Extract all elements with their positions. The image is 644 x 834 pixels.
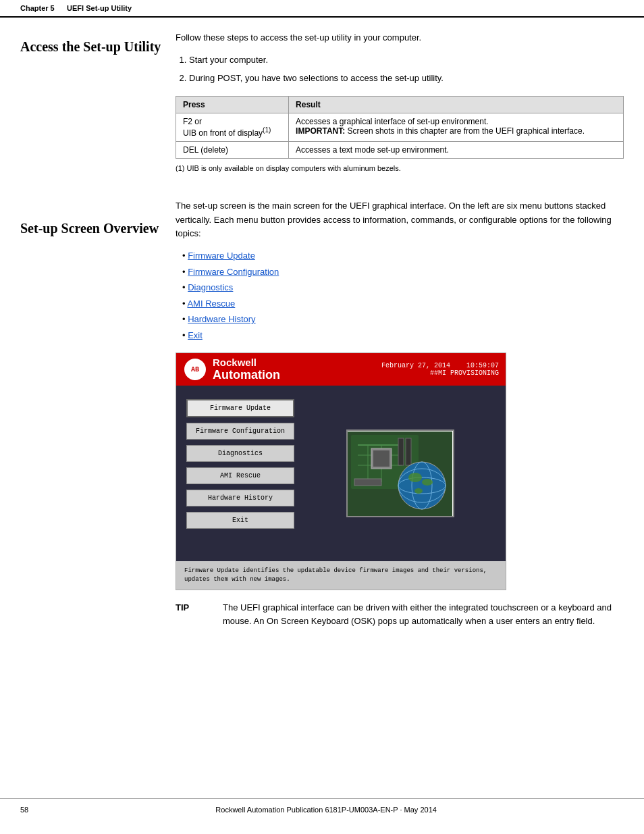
uefi-brand: Rockwell Automation [213,357,280,382]
motherboard-image [348,432,452,516]
uefi-logo: AB [183,357,207,382]
top-bar: Chapter 5 UEFI Set-up Utility [0,0,644,18]
table-row: F2 orUIB on front of display(1) Accesses… [176,113,624,141]
table-row: DEL (delete) Accesses a text mode set-up… [176,141,624,158]
link-firmware-update[interactable]: Firmware Update [188,251,255,261]
bullet-firmware-update: Firmware Update [182,249,624,263]
uefi-time: 10:59:07 [466,362,499,369]
table-col1-header: Press [176,96,289,113]
page-footer: 58 Rockwell Automation Publication 6181P… [0,798,644,820]
tip-text: The UEFI graphical interface can be driv… [223,601,624,629]
section2-intro: The set-up screen is the main screen for… [176,199,624,241]
section2-heading: Set-up Screen Overview [20,219,162,237]
svg-rect-8 [373,450,390,467]
link-ami-rescue[interactable]: AMI Rescue [187,298,235,309]
step-1: Start your computer. [189,53,624,67]
uefi-footer-text: Firmware Update identifies the updatable… [184,567,487,583]
link-exit[interactable]: Exit [188,330,203,340]
tip-label: TIP [176,601,209,629]
svg-rect-9 [398,438,404,465]
uefi-header-right: February 27, 2014 10:59:07 ##MI PROVISIO… [381,362,499,377]
section1-left: Access the Set-up Utility [20,31,176,192]
footer-center: Rockwell Automation Publication 6181P-UM… [215,806,437,814]
link-diagnostics[interactable]: Diagnostics [188,282,233,292]
important-note: IMPORTANT: [296,126,345,136]
uefi-footer: Firmware Update identifies the updatable… [176,561,506,589]
uefi-image-area [304,399,495,548]
svg-point-18 [414,488,423,494]
step-2: During POST, you have two selections to … [189,72,624,85]
uefi-header: AB Rockwell Automation February 27, 2014… [176,353,506,386]
uefi-btn-diagnostics[interactable]: Diagnostics [186,445,294,462]
bullet-list: Firmware Update Firmware Configuration D… [182,249,624,342]
table-press-1: F2 orUIB on front of display(1) [176,113,289,141]
table-result-1: Accesses a graphical interface of set-up… [289,113,624,141]
uefi-btn-exit[interactable]: Exit [186,512,294,529]
uefi-body: Firmware Update Firmware Configuration D… [176,386,506,561]
chapter-label: Chapter 5 [20,4,55,12]
uefi-btn-firmware-config[interactable]: Firmware Configuration [186,423,294,440]
table-col2-header: Result [289,96,624,113]
footnote: (1) UIB is only available on display com… [176,164,624,172]
uefi-image-box [346,429,454,517]
uefi-menu: Firmware Update Firmware Configuration D… [186,399,294,548]
section1-intro: Follow these steps to access the set-up … [176,31,624,45]
brand-line2: Automation [213,369,280,382]
bullet-hardware-history: Hardware History [182,313,624,326]
bullet-diagnostics: Diagnostics [182,281,624,294]
uefi-btn-hardware-history[interactable]: Hardware History [186,490,294,506]
page-number: 58 [20,806,28,814]
svg-rect-11 [354,479,381,486]
bullet-exit: Exit [182,329,624,342]
svg-point-16 [408,473,422,482]
table-result-2: Accesses a text mode set-up environment. [289,141,624,158]
bullet-ami-rescue: AMI Rescue [182,297,624,311]
uefi-btn-ami-rescue[interactable]: AMI Rescue [186,467,294,484]
uefi-date-time: February 27, 2014 10:59:07 [381,362,499,369]
uefi-date: February 27, 2014 [381,362,450,369]
section2-left: Set-up Screen Overview [20,199,176,629]
brand-line1: Rockwell [213,357,280,369]
svg-point-17 [422,479,433,486]
section1-right: Follow these steps to access the set-up … [176,31,624,192]
uefi-btn-firmware-update[interactable]: Firmware Update [186,399,294,417]
link-firmware-config[interactable]: Firmware Configuration [188,267,279,277]
svg-rect-10 [406,438,411,465]
section1-heading: Access the Set-up Utility [20,38,162,55]
press-table: Press Result F2 orUIB on front of displa… [176,96,624,159]
logo-text: AB [191,366,199,373]
section-label: UEFI Set-up Utility [67,4,132,12]
tip-box: TIP The UEFI graphical interface can be … [176,601,624,629]
section1-steps: Start your computer. During POST, you ha… [189,53,624,85]
uefi-provisioning: ##MI PROVISIONING [381,369,499,377]
link-hardware-history[interactable]: Hardware History [188,314,255,324]
uefi-screenshot: AB Rockwell Automation February 27, 2014… [176,353,506,590]
bullet-firmware-config: Firmware Configuration [182,265,624,279]
table-press-2: DEL (delete) [176,141,289,158]
section2-right: The set-up screen is the main screen for… [176,199,624,629]
